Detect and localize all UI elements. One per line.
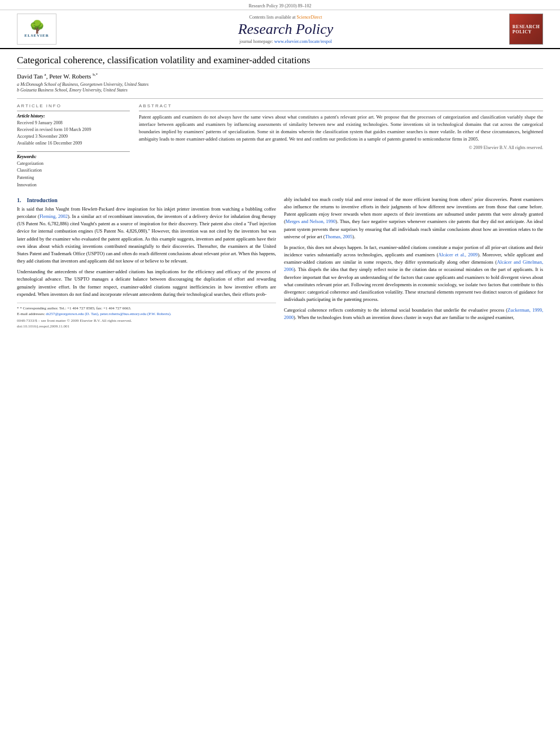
homepage-line: journal homepage: www.elsevier.com/locat… — [62, 39, 509, 44]
citation-alcacer1[interactable]: Alcácer et al., 2009 — [438, 252, 478, 257]
citation-merges[interactable]: Merges and Nelson, 1990 — [286, 219, 336, 224]
elsevier-branding: 🌳 ELSEVIER — [17, 14, 62, 45]
intro-para-5: Categorical coherence reflects conformit… — [284, 307, 543, 321]
article-history: Article history: Received 9 January 2008… — [17, 111, 130, 147]
copyright-line: © 2009 Elsevier B.V. All rights reserved… — [139, 145, 543, 150]
abstract-label: ABSTRACT — [139, 103, 543, 108]
article-info-abstract-section: ARTICLE INFO Article history: Received 9… — [17, 98, 543, 189]
intro-para-2: Understanding the antecedents of these e… — [17, 268, 276, 298]
intro-para-1: It is said that John Vaught from Hewlett… — [17, 206, 276, 265]
citation-thomas[interactable]: Thomas, 2005 — [325, 234, 353, 239]
email-label: E-mail addresses: — [17, 312, 45, 316]
authors-line: David Tan a, Peter W. Roberts b,* — [17, 72, 543, 80]
article-info-label: ARTICLE INFO — [17, 103, 130, 108]
abstract-column: ABSTRACT Patent applicants and examiners… — [139, 103, 543, 189]
citation-fleming[interactable]: Fleming, 2002 — [40, 213, 68, 219]
elsevier-tree-icon: 🌳 — [29, 21, 45, 33]
keyword-3: Patenting — [17, 174, 130, 182]
keywords-section: Keywords: Categorization Classification … — [17, 151, 130, 189]
homepage-label: journal homepage: — [239, 39, 273, 44]
journal-title: Research Policy — [62, 21, 509, 38]
page-wrapper: Research Policy 39 (2010) 89–102 🌳 ELSEV… — [0, 0, 560, 747]
issn-line: 0048-7333/$ – see front matter © 2009 El… — [17, 318, 276, 323]
footnote-area: * * Corresponding author. Tel.: +1 404 7… — [17, 303, 276, 329]
history-label: Article history: — [17, 113, 130, 119]
keyword-2: Classification — [17, 167, 130, 174]
available-date: Available online 16 December 2009 — [17, 140, 130, 147]
journal-info-center: Contents lists available at ScienceDirec… — [62, 15, 509, 44]
accepted-date: Accepted 3 November 2009 — [17, 133, 130, 140]
affiliation-b: b Goizueta Business School, Emory Univer… — [17, 88, 543, 93]
journal-header: 🌳 ELSEVIER Contents lists available at S… — [0, 10, 560, 49]
main-content: Categorical coherence, classification vo… — [0, 49, 560, 334]
elsevier-logo: 🌳 ELSEVIER — [17, 14, 56, 45]
affiliation-a: a McDonough School of Business, Georgeto… — [17, 82, 543, 87]
article-title: Categorical coherence, classification vo… — [17, 55, 543, 69]
abstract-text: Patent applicants and examiners do not a… — [139, 113, 543, 143]
journal-citation: Research Policy 39 (2010) 89–102 — [0, 0, 560, 10]
keywords-label: Keywords: — [17, 154, 130, 159]
article-info-column: ARTICLE INFO Article history: Received 9… — [17, 103, 130, 189]
email-roberts[interactable]: peter.roberts@bus.emory.edu (P.W. Robert… — [100, 312, 171, 316]
citation-alcacer2[interactable]: Alcácer and Gittelman, 2006 — [284, 259, 543, 272]
keyword-4: Innovation — [17, 182, 130, 189]
abstract-divider: Patent applicants and examiners do not a… — [139, 111, 543, 151]
body-left-column: 1. Introduction It is said that John Vau… — [17, 196, 276, 329]
journal-citation-text: Research Policy 39 (2010) 89–102 — [248, 3, 311, 8]
section1-number: 1. — [17, 197, 21, 203]
elsevier-name: ELSEVIER — [24, 33, 49, 38]
section1-heading: 1. Introduction — [17, 197, 276, 203]
doi-line: doi:10.1016/j.respol.2009.11.001 — [17, 324, 276, 329]
affiliation-marker-a: a — [45, 72, 46, 77]
section1-title: Introduction — [27, 197, 58, 203]
rp-cover-text: RESEARCHPOLICY — [513, 24, 540, 34]
homepage-url[interactable]: www.elsevier.com/locate/respol — [274, 39, 332, 44]
rp-cover-image: RESEARCHPOLICY — [509, 14, 543, 45]
contents-available-line: Contents lists available at ScienceDirec… — [62, 15, 509, 20]
sciencedirect-link[interactable]: ScienceDirect — [297, 15, 322, 20]
intro-para-4: In practice, this does not always happen… — [284, 244, 543, 303]
email-tan[interactable]: dt257@georgetown.edu (D. Tan), — [46, 312, 99, 316]
revised-date: Received in revised form 10 March 2009 — [17, 126, 130, 133]
contents-text: Contents lists available at — [250, 15, 296, 20]
body-content: 1. Introduction It is said that John Vau… — [17, 196, 543, 329]
body-right-column: ably included too much costly trial and … — [284, 196, 543, 329]
keyword-1: Categorization — [17, 160, 130, 168]
journal-cover: RESEARCHPOLICY — [509, 14, 543, 45]
citation-zuckerman[interactable]: Zuckerman, 1999, 2000 — [284, 307, 543, 320]
footnote-corresponding: * * Corresponding author. Tel.: +1 404 7… — [17, 305, 276, 312]
affiliation-marker-b: b,* — [93, 72, 98, 77]
intro-para-3: ably included too much costly trial and … — [284, 196, 543, 241]
received-date: Received 9 January 2008 — [17, 120, 130, 126]
footnote-emails: E-mail addresses: dt257@georgetown.edu (… — [17, 311, 276, 317]
